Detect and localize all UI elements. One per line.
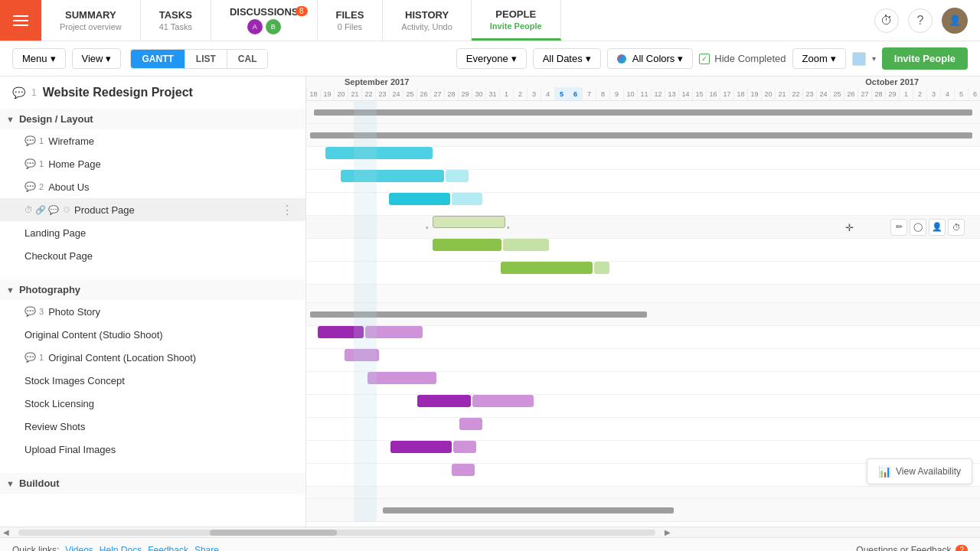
bar-review-shots-light xyxy=(453,441,476,453)
hide-completed-checkbox[interactable] xyxy=(699,54,710,64)
scroll-left-icon[interactable]: ◀ xyxy=(0,528,12,536)
section-buildout[interactable]: ▼ Buildout xyxy=(0,473,305,494)
move-cursor-icon[interactable]: ✛ xyxy=(845,221,854,233)
bar-orig-location xyxy=(368,372,436,384)
nav-history[interactable]: HISTORY Activity, Undo xyxy=(383,0,471,41)
date-cell-5: 23 xyxy=(375,87,389,101)
discussion-avatar-2: B xyxy=(266,19,281,34)
gantt-row-product-page[interactable]: • ✛ • ✏ ◯ 👤 ⏱ xyxy=(306,216,980,239)
color-square-icon[interactable] xyxy=(852,52,866,66)
collapse-arrow-photo-icon: ▼ xyxy=(6,285,15,295)
task-stock-images[interactable]: Stock Images Concept xyxy=(0,369,305,392)
quick-link-help-docs[interactable]: Help Docs xyxy=(100,545,142,552)
all-colors-filter[interactable]: All Colors ▾ xyxy=(607,48,694,69)
gantt-row-photo-story xyxy=(306,326,980,349)
quick-link-videos[interactable]: Videos xyxy=(65,545,93,552)
quick-link-share[interactable]: Share xyxy=(194,545,219,552)
edit-icon[interactable]: ✏ xyxy=(890,219,907,236)
date-cell-26: 13 xyxy=(665,87,678,101)
nav-people[interactable]: PEOPLE Invite People xyxy=(472,0,561,41)
bottom-bar: Quick links: Videos Help Docs Feedback S… xyxy=(0,537,980,551)
section-photography[interactable]: ▼ Photography xyxy=(0,279,305,300)
gantt-row-photo-section xyxy=(306,303,980,326)
nav-summary[interactable]: SUMMARY Project overview xyxy=(41,0,141,41)
task-landing-page[interactable]: Landing Page xyxy=(0,221,305,244)
date-cell-40: 27 xyxy=(858,87,871,101)
date-cell-38: 25 xyxy=(830,87,844,101)
top-navigation: SUMMARY Project overview TASKS 41 Tasks … xyxy=(0,0,980,41)
project-header: 💬 1 Website Redesign Project xyxy=(0,77,305,109)
gantt-row-wireframe xyxy=(306,147,980,170)
september-label: September 2017 xyxy=(345,77,409,86)
nav-discussions[interactable]: 8 DISCUSSIONS A B xyxy=(211,0,318,41)
project-comment-icon: 💬 xyxy=(12,86,25,99)
task-upload-final[interactable]: Upload Final Images xyxy=(0,438,305,461)
bottom-right: Questions or Feedback ? xyxy=(856,545,968,552)
questions-label: Questions or Feedback xyxy=(856,545,951,552)
date-cell-35: 22 xyxy=(789,87,802,101)
circle-icon[interactable]: ◯ xyxy=(910,219,926,236)
task-stock-licensing[interactable]: Stock Licensing xyxy=(0,392,305,415)
gantt-row-checkout-page xyxy=(306,262,980,285)
date-cell-14: 1 xyxy=(499,87,513,101)
date-cell-29: 16 xyxy=(706,87,720,101)
nav-right-actions: ⏱ ? 👤 xyxy=(874,0,980,41)
task-wireframe[interactable]: 💬 1 Wireframe xyxy=(0,129,305,152)
tab-cal[interactable]: CAL xyxy=(227,50,268,68)
view-button[interactable]: View ▾ xyxy=(72,48,122,69)
bar-buildout-gray xyxy=(383,507,674,514)
nav-files[interactable]: FILES 0 Files xyxy=(318,0,384,41)
scroll-thumb[interactable] xyxy=(210,530,337,536)
quick-link-feedback[interactable]: Feedback xyxy=(148,545,188,552)
help-icon[interactable]: ? xyxy=(908,8,933,33)
task-review-shots[interactable]: Review Shots xyxy=(0,415,305,438)
date-cell-47: 5 xyxy=(954,87,968,101)
date-cell-30: 17 xyxy=(720,87,733,101)
bar-project-gray xyxy=(314,109,972,116)
hamburger-menu[interactable] xyxy=(0,0,41,41)
person-icon[interactable]: 👤 xyxy=(929,219,946,236)
date-cell-28: 15 xyxy=(692,87,706,101)
zoom-button[interactable]: Zoom ▾ xyxy=(792,48,846,69)
gantt-row-landing-page xyxy=(306,239,980,262)
user-avatar[interactable]: 👤 xyxy=(942,8,968,34)
date-cell-43: 1 xyxy=(899,87,913,101)
menu-button[interactable]: Menu ▾ xyxy=(12,48,66,69)
nav-tasks[interactable]: TASKS 41 Tasks xyxy=(141,0,211,41)
task-checkout-page[interactable]: Checkout Page xyxy=(0,244,305,267)
section-spacing xyxy=(0,267,305,279)
task-original-content-location[interactable]: 💬 1 Original Content (Location Shoot) xyxy=(0,346,305,369)
tab-list[interactable]: LIST xyxy=(185,50,227,68)
color-square-chevron-icon[interactable]: ▾ xyxy=(872,54,876,63)
all-dates-filter[interactable]: All Dates ▾ xyxy=(533,48,601,69)
date-cell-34: 21 xyxy=(775,87,789,101)
timer-icon[interactable]: ⏱ xyxy=(874,8,899,33)
scroll-right-icon[interactable]: ▶ xyxy=(662,528,674,536)
task-home-page[interactable]: 💬 1 Home Page xyxy=(0,152,305,175)
bar-photo-story-main xyxy=(318,326,364,338)
date-cell-33: 20 xyxy=(761,87,775,101)
date-cell-13: 31 xyxy=(485,87,499,101)
view-availability-button[interactable]: 📊 View Availability xyxy=(867,458,972,484)
toolbar: Menu ▾ View ▾ GANTT LIST CAL Everyone ▾ … xyxy=(0,41,980,77)
hide-completed-toggle[interactable]: Hide Completed xyxy=(699,53,786,64)
tab-gantt[interactable]: GANTT xyxy=(131,50,185,68)
task-original-content-studio[interactable]: Original Content (Studio Shoot) xyxy=(0,323,305,346)
section-design-layout[interactable]: ▼ Design / Layout xyxy=(0,109,305,129)
bar-product-page[interactable] xyxy=(433,216,505,228)
date-cell-9: 27 xyxy=(430,87,444,101)
scroll-track[interactable] xyxy=(18,530,655,536)
everyone-filter[interactable]: Everyone ▾ xyxy=(456,48,527,69)
task-product-page[interactable]: ⏱ 🔗 💬 Product Page ⋮ xyxy=(0,198,305,221)
date-cell-39: 26 xyxy=(844,87,858,101)
view-availability-container: 📊 View Availability xyxy=(867,458,972,484)
bar-landing-main xyxy=(433,239,501,251)
task-about-us[interactable]: 💬 2 About Us xyxy=(0,175,305,198)
clock-small-icon[interactable]: ⏱ xyxy=(948,219,965,236)
invite-people-button[interactable]: Invite People xyxy=(882,47,968,70)
help-badge[interactable]: ? xyxy=(956,545,968,551)
comment-icon-about: 💬 xyxy=(24,181,36,192)
task-photo-story[interactable]: 💬 3 Photo Story xyxy=(0,300,305,323)
link-icon: 🔗 xyxy=(35,205,46,215)
date-cell-42: 29 xyxy=(885,87,899,101)
